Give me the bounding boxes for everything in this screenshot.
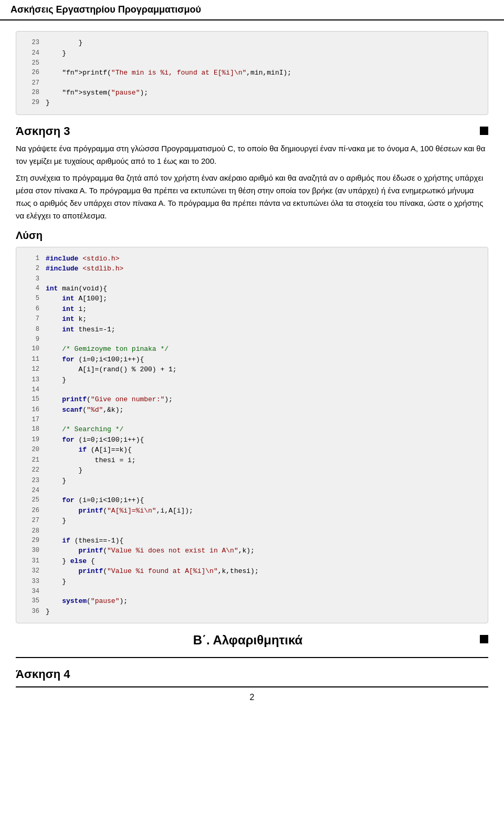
askisi4-title: Άσκηση 4 [16,667,488,681]
code-line: 32 printf("Value %i found at A[%i]\n",k,… [25,566,479,577]
code-line: 24 } [25,48,479,59]
askisi3-paragraph1: Να γράψετε ένα πρόγραμμα στη γλώσσα Προγ… [16,142,488,168]
code-line: 17 [25,415,479,424]
line-number: 21 [25,455,39,466]
code-line: 8 int thesi=-1; [25,325,479,335]
code-line: 14 [25,385,479,394]
section-b-header: Β΄. Αλφαριθμητικά [16,633,488,652]
line-content: } [46,577,66,587]
line-content: for (i=0;i<100;i++){ [46,354,144,365]
code-line: 28 [25,526,479,536]
code-line: 25 for (i=0;i<100;i++){ [25,495,479,506]
code-line: 35 system("pause"); [25,596,479,607]
line-number: 14 [25,385,39,394]
line-number: 35 [25,596,39,607]
line-content: int main(void){ [46,284,107,294]
line-content: for (i=0;i<100;i++){ [46,435,144,445]
code-line: 23 } [25,38,479,48]
line-number: 9 [25,335,39,344]
line-number: 24 [25,486,39,495]
line-number: 33 [25,577,39,587]
line-number: 7 [25,314,39,325]
line-number: 28 [25,526,39,536]
line-content: "fn">printf("The min is %i, found at E[%… [46,68,291,78]
code-line: 26 printf("A[%i]=%i\n",i,A[i]); [25,506,479,516]
line-number: 15 [25,394,39,405]
code-line: 1#include <stdio.h> [25,254,479,264]
line-content: printf("Value %i found at A[%i]\n",k,the… [46,566,259,577]
code-line: 3 [25,274,479,284]
line-number: 26 [25,506,39,516]
line-number: 5 [25,294,39,304]
section-b-title: Β΄. Αλφαριθμητικά [16,633,488,648]
line-content: } [46,375,66,385]
line-number: 20 [25,445,39,455]
line-content: #include <stdlib.h> [46,264,123,274]
line-content: if (A[i]==k){ [46,445,132,455]
line-content: } [46,98,50,108]
line-number: 23 [25,38,39,48]
line-content: printf("A[%i]=%i\n",i,A[i]); [46,506,193,516]
code-line: 9 [25,335,479,344]
code-line: 22 } [25,465,479,476]
code-line: 19 for (i=0;i<100;i++){ [25,435,479,445]
page-content: 23 }24 }2526 "fn">printf("The min is %i,… [0,20,504,713]
line-number: 10 [25,344,39,354]
code-line: 5 int A[100]; [25,294,479,304]
line-number: 28 [25,88,39,98]
page-number: 2 [16,693,488,702]
line-number: 34 [25,587,39,596]
line-content: system("pause"); [46,596,128,607]
solution-code-block: 1#include <stdio.h>2#include <stdlib.h>3… [16,247,488,624]
askisi3-paragraph2: Στη συνέχεια το πρόγραμμα θα ζητά από το… [16,172,488,222]
code-line: 12 A[i]=(rand() % 200) + 1; [25,364,479,375]
code-line: 34 [25,587,479,596]
line-number: 17 [25,415,39,424]
line-content: printf("Give one number:"); [46,394,173,405]
line-content: } [46,607,50,617]
code-line: 29 if (thesi==-1){ [25,536,479,546]
section-divider [16,657,488,658]
code-line: 27 } [25,516,479,526]
section-b-square-icon [480,635,488,643]
line-content: int i; [46,304,87,315]
code-line: 7 int k; [25,314,479,325]
line-number: 29 [25,536,39,546]
line-number: 2 [25,264,39,274]
line-content: scanf("%d",&k); [46,405,123,415]
line-content: printf("Value %i does not exist in A\n",… [46,546,255,556]
line-content: } [46,38,82,48]
code-line: 30 printf("Value %i does not exist in A\… [25,546,479,556]
line-number: 32 [25,566,39,577]
line-number: 36 [25,607,39,617]
line-content: int k; [46,314,87,325]
line-number: 25 [25,58,39,68]
line-number: 1 [25,254,39,264]
line-number: 13 [25,375,39,385]
line-content: } [46,465,82,476]
code-line: 10 /* Gemizoyme ton pinaka */ [25,344,479,354]
line-number: 31 [25,556,39,567]
header-title: Ασκήσεις Εργαστηρίου Προγραμματισμού [10,4,201,15]
line-number: 29 [25,98,39,108]
bottom-divider [16,686,488,687]
line-content: for (i=0;i<100;i++){ [46,495,144,506]
line-content: } [46,516,66,526]
code-line: 29} [25,98,479,108]
code-line: 27 [25,78,479,88]
line-number: 6 [25,304,39,315]
line-number: 25 [25,495,39,506]
line-content: int A[100]; [46,294,107,304]
code-line: 16 scanf("%d",&k); [25,405,479,415]
line-number: 3 [25,274,39,284]
line-content: thesi = i; [46,455,136,466]
line-content: "fn">system("pause"); [46,88,148,98]
code-line: 13 } [25,375,479,385]
top-code-block: 23 }24 }2526 "fn">printf("The min is %i,… [16,31,488,115]
line-number: 27 [25,78,39,88]
solution-title: Λύση [16,230,488,242]
line-number: 8 [25,325,39,335]
code-line: 26 "fn">printf("The min is %i, found at … [25,68,479,78]
line-number: 26 [25,68,39,78]
code-line: 28 "fn">system("pause"); [25,88,479,98]
